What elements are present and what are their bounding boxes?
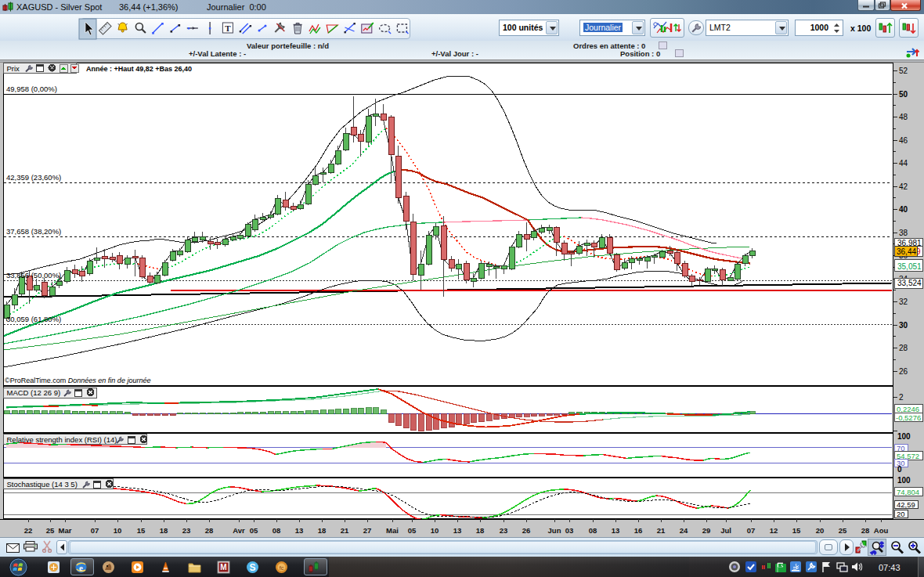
svg-text:08: 08 [589,526,597,535]
svg-text:74,804: 74,804 [897,488,919,496]
svg-text:20: 20 [897,510,905,518]
svg-text:23: 23 [182,526,191,535]
svg-text:18: 18 [476,526,485,535]
svg-text:33,856 (50,00%): 33,856 (50,00%) [6,271,61,279]
svg-text:12: 12 [770,526,778,535]
svg-text:22: 22 [24,526,33,535]
svg-text:©ProRealTime.com Données en f: ©ProRealTime.com Données en fin de journ… [5,377,150,384]
svg-text:26: 26 [522,526,531,535]
svg-text:42,59: 42,59 [897,500,915,509]
svg-text:Mai: Mai [386,526,399,535]
svg-text:18: 18 [318,526,327,535]
svg-text:49,958 (0,00%): 49,958 (0,00%) [6,85,57,93]
svg-text:03: 03 [565,526,574,535]
svg-text:37,658 (38,20%): 37,658 (38,20%) [6,227,61,236]
svg-text:26: 26 [899,367,908,376]
svg-text:Avr: Avr [233,526,245,535]
svg-text:Relative strength index (RSI): Relative strength index (RSI) (14) [7,435,117,444]
svg-text:30,059 (61,80%): 30,059 (61,80%) [6,315,61,323]
svg-text:MACD (12 26 9): MACD (12 26 9) [7,388,61,397]
svg-text:29: 29 [702,526,711,535]
svg-text:18: 18 [160,526,168,535]
svg-text:fc: fc [280,565,284,571]
svg-text:42,359 (23,60%): 42,359 (23,60%) [6,173,61,182]
svg-text:13: 13 [453,526,462,535]
svg-text:32: 32 [899,298,908,306]
svg-text:Jun: Jun [548,526,561,535]
svg-text:10: 10 [114,526,122,535]
svg-text:100: 100 [897,432,911,441]
svg-text:36,981: 36,981 [897,239,922,247]
svg-text:0: 0 [897,465,902,474]
svg-text:13: 13 [612,526,620,535]
svg-text:15: 15 [792,526,801,535]
svg-text:M: M [220,563,226,572]
svg-text:24: 24 [680,526,688,535]
svg-text:08: 08 [273,526,281,535]
svg-text:25: 25 [46,526,55,535]
svg-text:35,051: 35,051 [897,262,922,271]
svg-text:20: 20 [816,526,825,535]
svg-text:28: 28 [861,526,870,535]
svg-text:16: 16 [634,526,643,535]
svg-text:21: 21 [341,526,349,535]
svg-text:13: 13 [295,526,304,535]
svg-text:Mar: Mar [59,526,72,535]
svg-text:Aou: Aou [874,526,889,535]
svg-text:33,524: 33,524 [897,279,922,287]
svg-text:36,44: 36,44 [897,247,916,256]
svg-text:e: e [79,563,83,572]
svg-text:42: 42 [899,182,908,191]
svg-text:07: 07 [747,526,756,535]
svg-text:38: 38 [899,229,908,237]
svg-text:Année : +Haut 49,82 +Bas 26,40: Année : +Haut 49,82 +Bas 26,40 [86,65,192,73]
svg-text:05: 05 [250,526,258,535]
svg-text:T: T [225,23,231,33]
svg-text:28: 28 [205,526,214,535]
svg-text:07: 07 [91,526,99,535]
svg-text:48: 48 [899,113,908,121]
svg-text:Prix: Prix [7,64,20,73]
svg-text:-0,5276: -0,5276 [896,413,921,422]
svg-text:52: 52 [899,67,908,75]
svg-text:46: 46 [899,136,908,145]
svg-text:27: 27 [363,526,372,535]
svg-text:23: 23 [500,526,508,535]
svg-text:2: 2 [899,393,904,402]
svg-text:21: 21 [657,526,666,535]
svg-text:25: 25 [839,526,847,535]
svg-text:05: 05 [408,526,417,535]
svg-text:30: 30 [899,321,908,330]
svg-text:50: 50 [899,90,908,99]
svg-text:44: 44 [899,159,908,168]
svg-text:10: 10 [431,526,439,535]
svg-text:15: 15 [137,526,146,535]
svg-text:S: S [249,562,255,573]
svg-text:100: 100 [897,476,911,485]
svg-text:Jul: Jul [720,526,731,535]
svg-text:Stochastique (14 3 5): Stochastique (14 3 5) [7,480,78,489]
svg-text:40: 40 [899,205,908,214]
svg-text:28: 28 [899,344,908,352]
svg-text:0,2246: 0,2246 [897,405,919,413]
